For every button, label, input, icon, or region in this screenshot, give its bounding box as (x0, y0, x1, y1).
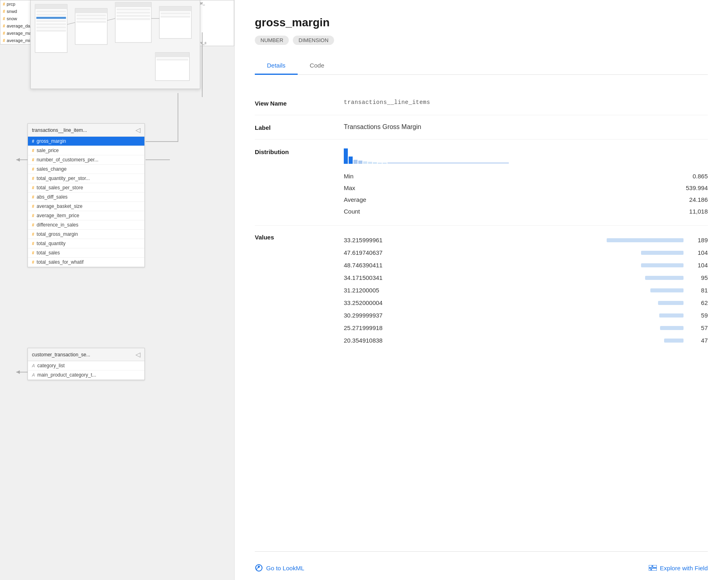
field-sale-price[interactable]: # sale_price (28, 146, 144, 155)
field-avg-item-price[interactable]: # average_item_price (28, 211, 144, 220)
hash-icon: # (3, 31, 5, 36)
type-a-icon: A (32, 363, 35, 368)
values-data: 33.215999961 189 47.619740637 104 48.746… (344, 234, 708, 347)
field-snow[interactable]: # snow (0, 15, 32, 22)
field-abs-diff-sales[interactable]: # abs_diff_sales (28, 193, 144, 202)
svg-rect-26 (157, 59, 188, 61)
distribution-content: Min 0.865 Max 539.994 Average 24.186 Cou… (344, 148, 708, 217)
value-row-7: 25.271999918 57 (344, 322, 708, 334)
view-name-value: transactions__line_items (344, 99, 708, 106)
field-num-customers[interactable]: # number_of_customers_per... (28, 155, 144, 165)
field-gross-margin[interactable]: # gross_margin (28, 137, 144, 146)
value-row-6: 30.299999937 59 (344, 309, 708, 322)
hash-icon: # (3, 38, 5, 43)
svg-rect-19 (116, 18, 150, 20)
svg-rect-6 (36, 23, 66, 25)
label-label: Label (255, 123, 344, 131)
panel-footer: Go to LookML Explore with Field (255, 551, 708, 580)
svg-rect-33 (653, 565, 657, 567)
stat-min: Min 0.865 (344, 170, 708, 182)
diagram-panel: # prcp # snwd # snow # average_daily_p #… (0, 0, 235, 580)
distribution-chart (344, 148, 708, 164)
field-total-sales-store[interactable]: # total_sales_per_store (28, 183, 144, 193)
detail-row-view-name: View Name transactions__line_items (255, 91, 708, 115)
field-diff-sales[interactable]: # difference_in_sales (28, 220, 144, 230)
go-to-lookml-link[interactable]: Go to LookML (255, 564, 304, 572)
label-value: Transactions Gross Margin (344, 123, 708, 131)
value-row-0: 33.215999961 189 (344, 234, 708, 246)
svg-rect-12 (76, 18, 106, 20)
dist-line (387, 163, 509, 163)
field-prcp[interactable]: # prcp (0, 0, 32, 8)
svg-rect-4 (36, 17, 66, 19)
svg-rect-2 (36, 11, 66, 13)
value-bar-7 (660, 326, 684, 330)
values-section: Values 33.215999961 189 47.619740637 104… (255, 226, 708, 355)
view-name-label: View Name (255, 99, 344, 107)
value-bar-4 (650, 288, 684, 292)
svg-rect-8 (36, 30, 66, 32)
tabs-row: Details Code (255, 57, 708, 75)
bottom-table-arrow: ◁ (135, 351, 140, 358)
value-bar-8 (664, 339, 684, 343)
value-bar-5 (658, 301, 684, 305)
hash-icon: # (32, 260, 34, 265)
svg-rect-1 (35, 4, 67, 9)
tag-dimension: DIMENSION (293, 36, 334, 45)
looker-icon (255, 564, 263, 572)
value-row-1: 47.619740637 104 (344, 246, 708, 259)
distribution-label: Distribution (255, 148, 344, 155)
stat-count: Count 11,018 (344, 205, 708, 217)
field-total-sales[interactable]: # total_sales (28, 248, 144, 258)
tab-details[interactable]: Details (255, 57, 298, 75)
dist-bar-3 (353, 160, 358, 164)
hash-icon: # (32, 148, 34, 153)
hash-icon: # (3, 17, 5, 21)
hash-icon: # (3, 24, 5, 28)
field-avg-daily[interactable]: # average_daily_p (0, 22, 32, 30)
hash-icon: # (32, 176, 34, 181)
field-snwd[interactable]: # snwd (0, 8, 32, 15)
sidebar-fields: # prcp # snwd # snow # average_daily_p #… (0, 0, 32, 44)
tag-number: NUMBER (255, 36, 289, 45)
value-bar-2 (641, 263, 684, 267)
bottom-table-card: customer_transaction_se... ◁ A category_… (28, 348, 145, 380)
field-total-sales-whatif[interactable]: # total_sales_for_whatif (28, 258, 144, 267)
svg-rect-21 (159, 6, 191, 11)
value-bar-6 (659, 313, 684, 318)
value-row-3: 34.171500341 95 (344, 271, 708, 284)
hash-icon: # (32, 158, 34, 162)
field-total-gross-margin[interactable]: # total_gross_margin (28, 230, 144, 239)
tab-code[interactable]: Code (298, 57, 336, 75)
value-bar-0 (607, 238, 684, 242)
explore-with-field-button[interactable]: Explore with Field (649, 565, 708, 572)
svg-rect-16 (116, 8, 150, 11)
field-avg-min[interactable]: # average_min_te (0, 37, 32, 44)
dist-bar-9 (383, 163, 387, 164)
table-arrow: ◁ (135, 126, 140, 134)
main-table-header: transactions__line_item... ◁ (28, 124, 144, 137)
field-category-list[interactable]: A category_list (28, 361, 144, 370)
field-total-qty-stor[interactable]: # total_quantity_per_stor... (28, 174, 144, 183)
field-sales-change[interactable]: # sales_change (28, 165, 144, 174)
hash-icon: # (32, 223, 34, 227)
detail-section: View Name transactions__line_items Label… (255, 91, 708, 226)
svg-rect-5 (36, 20, 66, 22)
diagram-thumbnail (30, 0, 200, 89)
hash-icon: # (32, 214, 34, 218)
svg-rect-15 (115, 2, 151, 7)
main-table-card: transactions__line_item... ◁ # gross_mar… (28, 123, 145, 267)
detail-row-distribution: Distribution (255, 140, 708, 226)
svg-line-27 (67, 23, 75, 25)
thumbnail-svg (31, 0, 200, 89)
svg-rect-13 (76, 21, 106, 23)
field-avg-max[interactable]: # average_max_te (0, 30, 32, 37)
field-avg-basket[interactable]: # average_basket_size (28, 202, 144, 211)
values-label: Values (255, 234, 344, 241)
dist-bar-8 (378, 163, 382, 164)
dist-bar-7 (373, 162, 377, 164)
hash-icon-active: # (32, 139, 34, 144)
hash-icon: # (32, 241, 34, 246)
field-main-product-cat[interactable]: A main_product_category_t... (28, 370, 144, 380)
field-total-qty[interactable]: # total_quantity (28, 239, 144, 248)
